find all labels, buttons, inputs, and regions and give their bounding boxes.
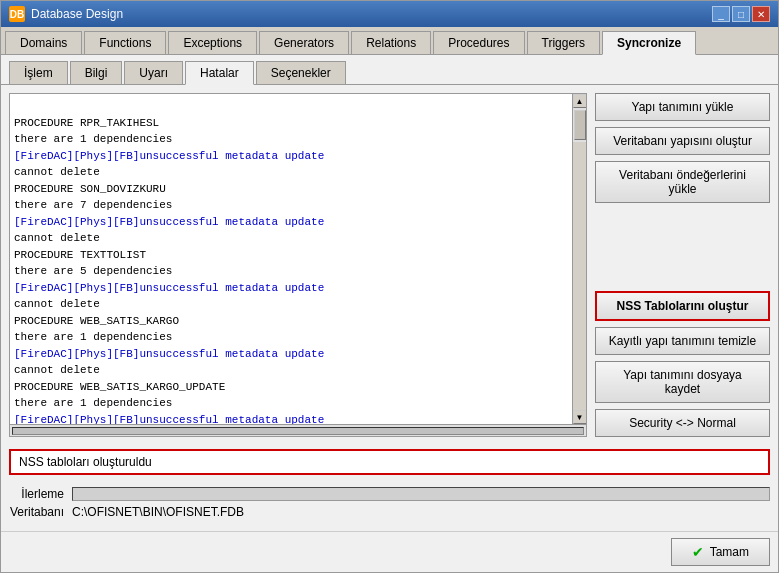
title-bar: DB Database Design _ □ ✕ xyxy=(1,1,778,27)
progress-bar xyxy=(72,487,770,501)
log-scroll[interactable]: PROCEDURE RPR_TAKIHESL there are 1 depen… xyxy=(10,94,572,424)
log-panel: PROCEDURE RPR_TAKIHESL there are 1 depen… xyxy=(9,93,587,437)
db-path-row: Veritabanı C:\OFISNET\BIN\OFISNET.FDB xyxy=(9,505,770,519)
horizontal-scrollbar[interactable] xyxy=(10,424,586,436)
create-nss-tables-button[interactable]: NSS Tablolarını oluştur xyxy=(595,291,770,321)
close-button[interactable]: ✕ xyxy=(752,6,770,22)
load-db-defaults-button[interactable]: Veritabanı öndeğerlerini yükle xyxy=(595,161,770,203)
scrollbar-track-h xyxy=(12,427,584,435)
status-box: NSS tabloları oluşturuldu xyxy=(9,449,770,475)
tab-domains[interactable]: Domains xyxy=(5,31,82,54)
check-icon: ✔ xyxy=(692,544,704,560)
clear-saved-structure-button[interactable]: Kayıtlı yapı tanımını temizle xyxy=(595,327,770,355)
tab-hatalar[interactable]: Hatalar xyxy=(185,61,254,85)
tab-secenekler[interactable]: Seçenekler xyxy=(256,61,346,84)
log-text: PROCEDURE RPR_TAKIHESL there are 1 depen… xyxy=(14,98,568,424)
bottom-section: NSS tabloları oluşturuldu İlerleme Verit… xyxy=(1,445,778,531)
main-window: DB Database Design _ □ ✕ Domains Functio… xyxy=(0,0,779,573)
tab-procedures[interactable]: Procedures xyxy=(433,31,524,54)
security-normal-button[interactable]: Security <-> Normal xyxy=(595,409,770,437)
window-title: Database Design xyxy=(31,7,123,21)
progress-section: İlerleme Veritabanı C:\OFISNET\BIN\OFISN… xyxy=(9,483,770,523)
progress-label: İlerleme xyxy=(9,487,64,501)
main-tab-bar: Domains Functions Exceptions Generators … xyxy=(1,27,778,55)
tab-exceptions[interactable]: Exceptions xyxy=(168,31,257,54)
create-db-structure-button[interactable]: Veritabanı yapısını oluştur xyxy=(595,127,770,155)
tab-functions[interactable]: Functions xyxy=(84,31,166,54)
tab-islem[interactable]: İşlem xyxy=(9,61,68,84)
title-bar-left: DB Database Design xyxy=(9,6,123,22)
tab-triggers[interactable]: Triggers xyxy=(527,31,601,54)
vertical-scrollbar[interactable]: ▲ ▼ xyxy=(572,94,586,424)
scroll-track xyxy=(573,142,586,410)
window-controls: _ □ ✕ xyxy=(712,6,770,22)
scroll-up-arrow[interactable]: ▲ xyxy=(573,94,587,108)
scroll-thumb[interactable] xyxy=(574,110,586,140)
app-icon: DB xyxy=(9,6,25,22)
ok-label: Tamam xyxy=(710,545,749,559)
tab-syncronize[interactable]: Syncronize xyxy=(602,31,696,55)
footer: ✔ Tamam xyxy=(1,531,778,572)
minimize-button[interactable]: _ xyxy=(712,6,730,22)
db-path-label: Veritabanı xyxy=(9,505,64,519)
sub-tab-bar: İşlem Bilgi Uyarı Hatalar Seçenekler xyxy=(1,55,778,85)
tab-bilgi[interactable]: Bilgi xyxy=(70,61,123,84)
tab-uyari[interactable]: Uyarı xyxy=(124,61,183,84)
content-area: PROCEDURE RPR_TAKIHESL there are 1 depen… xyxy=(1,85,778,445)
status-text: NSS tabloları oluşturuldu xyxy=(19,455,152,469)
save-structure-to-file-button[interactable]: Yapı tanımını dosyaya kaydet xyxy=(595,361,770,403)
ok-button[interactable]: ✔ Tamam xyxy=(671,538,770,566)
tab-relations[interactable]: Relations xyxy=(351,31,431,54)
load-structure-button[interactable]: Yapı tanımını yükle xyxy=(595,93,770,121)
db-path-value: C:\OFISNET\BIN\OFISNET.FDB xyxy=(72,505,244,519)
maximize-button[interactable]: □ xyxy=(732,6,750,22)
progress-row: İlerleme xyxy=(9,487,770,501)
scroll-down-arrow[interactable]: ▼ xyxy=(573,410,587,424)
tab-generators[interactable]: Generators xyxy=(259,31,349,54)
right-panel: Yapı tanımını yükle Veritabanı yapısını … xyxy=(595,93,770,437)
